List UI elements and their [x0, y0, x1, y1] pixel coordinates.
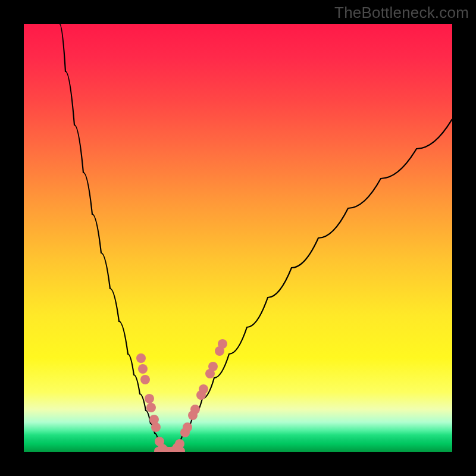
marker-dot: [175, 439, 184, 449]
right-curve: [170, 119, 452, 452]
marker-dot: [190, 405, 200, 414]
marker-dot: [151, 422, 161, 432]
marker-dot: [199, 384, 208, 394]
marker-dot: [140, 375, 150, 384]
marker-dot: [183, 422, 192, 432]
watermark-label: TheBottleneck.com: [334, 4, 469, 22]
chart-frame: TheBottleneck.com: [0, 0, 476, 476]
curve-overlay: [24, 24, 452, 452]
marker-dot: [208, 362, 218, 371]
marker-dot: [145, 394, 154, 403]
marker-dot: [138, 364, 148, 374]
marker-dot: [136, 353, 146, 363]
marker-dot: [218, 339, 227, 349]
marker-dot: [146, 403, 156, 412]
left-curve: [60, 24, 170, 452]
